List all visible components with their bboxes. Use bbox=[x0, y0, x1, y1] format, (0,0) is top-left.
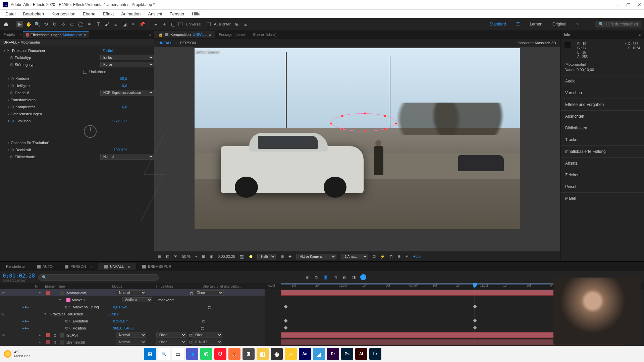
help-search[interactable]: 🔍 Hilfe durchsuchen bbox=[595, 21, 641, 27]
stopwatch-icon[interactable]: ◷ bbox=[65, 326, 68, 330]
section-audio[interactable]: Audio bbox=[560, 75, 644, 87]
world-axis-icon[interactable]: + bbox=[161, 21, 168, 27]
section-absatz[interactable]: Absatz bbox=[560, 157, 644, 169]
evolution-value[interactable]: 0 x+9,0 ° bbox=[112, 119, 154, 123]
parent-select[interactable]: Ohne bbox=[192, 333, 222, 338]
twirl-icon[interactable]: ▾ bbox=[39, 291, 45, 295]
layer-row-1[interactable]: 👁 ▾ 1 [Motorqualm] Normal @ Ohne bbox=[0, 289, 265, 296]
twirl-icon[interactable]: ▾ bbox=[6, 119, 11, 123]
parent-pick-icon[interactable]: @ bbox=[190, 291, 194, 295]
twirl-icon[interactable]: ▸ bbox=[6, 84, 11, 87]
anchor-tool[interactable]: ⊹ bbox=[60, 21, 67, 27]
timeline-timecode[interactable]: 0;00;02;28 bbox=[3, 273, 35, 279]
panel-menu-icon[interactable]: ≡ bbox=[84, 33, 86, 37]
tab-auto[interactable]: AUTO bbox=[31, 263, 59, 270]
fx-toggle[interactable]: fx bbox=[7, 49, 12, 52]
graph-editor-icon[interactable]: ◨ bbox=[351, 274, 357, 280]
brush-tool[interactable]: 🖌 bbox=[104, 21, 110, 27]
next-kf-icon[interactable]: ▸ bbox=[28, 305, 29, 309]
mask-toggle-icon[interactable]: 👁 bbox=[174, 254, 177, 258]
taskbar-taskview[interactable]: ▭ bbox=[172, 348, 184, 360]
stoerung-select[interactable]: Kurve bbox=[100, 62, 154, 67]
snap-checkbox[interactable] bbox=[178, 22, 182, 26]
taskbar-ps[interactable]: Ps bbox=[341, 348, 353, 360]
taskbar-app3[interactable]: ◢ bbox=[313, 348, 325, 360]
zoom-tool[interactable]: 🔍 bbox=[34, 21, 41, 27]
hand-tool[interactable]: ✋ bbox=[25, 21, 32, 27]
next-kf-icon[interactable]: ▸ bbox=[28, 326, 29, 330]
guides-icon[interactable]: ✚ bbox=[288, 254, 291, 259]
helligkeit-value[interactable]: 0,0 bbox=[122, 84, 154, 88]
menu-fenster[interactable]: Fenster bbox=[166, 11, 188, 17]
comp-mini-flowchart-icon[interactable]: ⊞ bbox=[304, 274, 310, 280]
layer-name[interactable]: [Motorqualm] bbox=[66, 291, 116, 295]
puppet-tool[interactable]: 📌 bbox=[139, 21, 145, 27]
weather-widget[interactable]: 4°CMeist klar bbox=[4, 350, 30, 358]
zoom-select[interactable]: 50 % bbox=[182, 254, 191, 258]
resolution-select[interactable]: Halb bbox=[257, 254, 276, 259]
taskbar-explorer[interactable]: 📁 bbox=[285, 348, 297, 360]
transparency-icon[interactable]: ▦ bbox=[280, 254, 284, 259]
tl-menu-icon[interactable]: ≡ bbox=[128, 264, 130, 268]
ueberlauf-select[interactable]: HDR-Ergebnisse zulasse bbox=[100, 90, 154, 96]
workspace-overflow-icon[interactable]: » bbox=[576, 22, 579, 26]
twirl-icon[interactable]: ▸ bbox=[39, 340, 45, 344]
panel-overflow-icon[interactable]: » bbox=[147, 33, 154, 37]
crumb-unfall[interactable]: UNFALL bbox=[158, 41, 172, 45]
rect-tool[interactable]: ▭ bbox=[69, 21, 75, 27]
twirl-icon[interactable]: ▸ bbox=[6, 141, 11, 144]
tab-bremsspur[interactable]: BREMSSPUR bbox=[136, 263, 177, 270]
menu-ebene[interactable]: Ebene bbox=[79, 11, 99, 17]
bewmas-select[interactable]: Ohne bbox=[156, 340, 186, 345]
views-select[interactable]: 1 Ansi... bbox=[341, 254, 368, 259]
info-tab[interactable]: Info bbox=[564, 33, 570, 37]
menu-hilfe[interactable]: Hilfe bbox=[189, 11, 204, 17]
taskbar-whatsapp[interactable]: ✆ bbox=[200, 348, 212, 360]
renderer-select[interactable]: Klassisch 3D bbox=[535, 41, 556, 45]
panel-menu-icon[interactable]: ≡ bbox=[639, 33, 641, 37]
tab-person[interactable]: PERSON× bbox=[59, 263, 98, 270]
parent-select[interactable]: 6. Null 1 bbox=[192, 340, 222, 345]
fx-evolution-row[interactable]: ◂◆▸ ◷ ⌁ Evolution 0 x+9,0 ° @ bbox=[0, 317, 265, 324]
mask-mode-select[interactable]: Addiere bbox=[122, 297, 152, 302]
viewer-timecode[interactable]: 0;00;02;28 bbox=[218, 254, 235, 258]
section-ausrichten[interactable]: Ausrichten bbox=[560, 110, 644, 122]
stopwatch-icon[interactable]: ◷ bbox=[65, 305, 68, 309]
local-axis-icon[interactable]: ▸ bbox=[152, 21, 159, 27]
mode-select[interactable]: Normal bbox=[116, 290, 146, 295]
twirl-icon[interactable]: ▸ bbox=[6, 77, 11, 80]
channel-icon[interactable]: ◧ bbox=[166, 254, 169, 259]
fx-reset[interactable]: Zurück bbox=[107, 312, 119, 316]
twirl-effect[interactable]: ▾ bbox=[2, 49, 7, 52]
timeline-search[interactable]: 🔍 bbox=[38, 274, 159, 281]
motion-blur-icon[interactable]: ◐ bbox=[341, 274, 347, 280]
stopwatch-icon[interactable]: ◷ bbox=[10, 62, 13, 67]
taskbar-search[interactable]: 🔍 bbox=[158, 348, 170, 360]
flowchart-icon[interactable]: ⊞ bbox=[397, 254, 400, 259]
fx-position-value[interactable]: 960,0 ,540,0 bbox=[113, 326, 133, 330]
stopwatch-icon[interactable]: ◷ bbox=[11, 105, 14, 109]
taskbar-app2[interactable]: ◧ bbox=[257, 348, 269, 360]
align-checkbox[interactable] bbox=[207, 22, 211, 26]
evolution-dial[interactable] bbox=[84, 125, 97, 138]
taskbar-lr[interactable]: Lr bbox=[369, 348, 381, 360]
prop-evo-opts[interactable]: Optionen für 'Evolution' bbox=[11, 141, 154, 145]
menu-effekt[interactable]: Effekt bbox=[99, 11, 117, 17]
roi-icon[interactable]: ▣ bbox=[210, 254, 213, 259]
taskbar-ae[interactable]: Ae bbox=[299, 348, 311, 360]
snap-options-icon[interactable]: ⊡ bbox=[242, 21, 249, 27]
shy-icon[interactable]: 👤 bbox=[323, 274, 329, 280]
camera-select[interactable]: Aktive Kamera bbox=[296, 254, 336, 259]
taskbar-teams[interactable]: 👥 bbox=[186, 348, 198, 360]
view-axis-icon[interactable]: ▢ bbox=[170, 21, 176, 27]
eye-icon[interactable]: 👁 bbox=[1, 291, 5, 295]
layer-row-2[interactable]: 👁 ▸ 2 [GLAS] Normal Ohne @ Ohne bbox=[0, 331, 265, 339]
stopwatch-icon[interactable]: ◷ bbox=[10, 90, 13, 95]
keyframe[interactable] bbox=[473, 326, 477, 329]
taskbar-app1[interactable]: ♜ bbox=[243, 348, 255, 360]
home-button[interactable] bbox=[3, 21, 9, 27]
parent-pick-icon[interactable]: @ bbox=[208, 305, 211, 309]
section-fuellung[interactable]: Inhaltsbasierte Füllung bbox=[560, 145, 644, 157]
section-bibliotheken[interactable]: Bibliotheken bbox=[560, 122, 644, 134]
taskbar-firefox[interactable]: 🦊 bbox=[228, 348, 240, 360]
